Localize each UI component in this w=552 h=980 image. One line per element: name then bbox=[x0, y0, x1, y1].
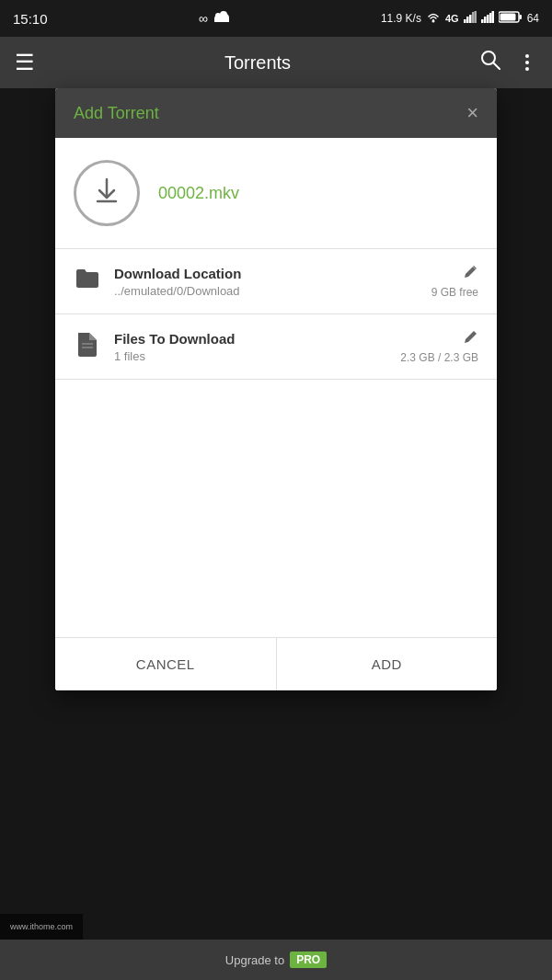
edit-files-icon[interactable] bbox=[464, 329, 478, 348]
svg-rect-9 bbox=[472, 12, 475, 23]
download-location-content: Download Location ../emulated/0/Download bbox=[114, 266, 419, 298]
svg-rect-8 bbox=[469, 15, 472, 23]
download-location-path: ../emulated/0/Download bbox=[114, 284, 419, 298]
svg-rect-14 bbox=[489, 13, 492, 23]
svg-rect-7 bbox=[466, 17, 469, 23]
spacer bbox=[74, 380, 478, 637]
edit-location-icon[interactable] bbox=[464, 264, 478, 282]
files-to-download-label: Files To Download bbox=[114, 331, 387, 347]
files-to-download-row[interactable]: Files To Download 1 files 2.3 GB / 2.3 G… bbox=[74, 314, 478, 379]
svg-point-3 bbox=[215, 13, 221, 18]
svg-line-20 bbox=[493, 63, 500, 69]
dialog-footer: CANCEL ADD bbox=[55, 637, 497, 690]
signal-bars-icon bbox=[464, 10, 477, 27]
app-title: Torrents bbox=[50, 52, 466, 74]
signal-bars2-icon bbox=[481, 10, 494, 27]
search-icon[interactable] bbox=[480, 50, 500, 75]
dialog-body: 00002.mkv Download Location ../emulated/… bbox=[55, 138, 497, 637]
network-speed: 11.9 K/s bbox=[381, 12, 421, 25]
pro-badge[interactable]: PRO bbox=[290, 952, 327, 968]
download-location-right: 9 GB free bbox=[431, 264, 478, 299]
battery-icon bbox=[499, 10, 523, 27]
upgrade-text: Upgrade to bbox=[225, 953, 284, 967]
add-torrent-dialog: Add Torrent × 00002.mkv bbox=[55, 88, 497, 690]
file-icon bbox=[74, 331, 101, 362]
svg-rect-11 bbox=[481, 19, 484, 23]
svg-rect-18 bbox=[500, 14, 515, 21]
svg-rect-17 bbox=[519, 15, 522, 19]
dialog-header: Add Torrent × bbox=[55, 88, 497, 138]
svg-rect-15 bbox=[491, 11, 494, 23]
cancel-button[interactable]: CANCEL bbox=[55, 638, 277, 690]
status-icons: ∞ bbox=[199, 11, 230, 26]
svg-rect-12 bbox=[484, 17, 487, 23]
watermark-text: www.ithome.com bbox=[10, 922, 73, 931]
svg-rect-10 bbox=[474, 11, 477, 23]
svg-rect-2 bbox=[214, 17, 229, 22]
files-to-download-right: 2.3 GB / 2.3 GB bbox=[400, 329, 478, 364]
download-icon-circle bbox=[74, 160, 140, 226]
torrent-filename: 00002.mkv bbox=[158, 184, 239, 203]
signal-4g-icon: 4G bbox=[445, 13, 459, 24]
more-options-icon[interactable] bbox=[517, 52, 537, 73]
files-to-download-content: Files To Download 1 files bbox=[114, 331, 387, 363]
download-arrow-icon bbox=[92, 176, 121, 211]
download-location-row[interactable]: Download Location ../emulated/0/Download… bbox=[74, 249, 478, 313]
infinity-icon: ∞ bbox=[199, 11, 208, 26]
svg-point-4 bbox=[220, 11, 227, 18]
svg-rect-13 bbox=[487, 15, 489, 23]
files-to-download-count: 1 files bbox=[114, 349, 387, 363]
download-location-label: Download Location bbox=[114, 266, 419, 281]
folder-icon bbox=[74, 268, 101, 295]
toolbar-actions bbox=[480, 50, 537, 75]
torrent-info-row: 00002.mkv bbox=[74, 160, 478, 248]
svg-point-5 bbox=[431, 20, 434, 23]
svg-rect-6 bbox=[464, 19, 466, 23]
top-bar: ☰ Torrents bbox=[0, 37, 552, 88]
status-right: 11.9 K/s 4G bbox=[381, 10, 539, 27]
status-time: 15:10 bbox=[13, 11, 48, 27]
dialog-title: Add Torrent bbox=[74, 104, 159, 123]
wifi-icon bbox=[426, 10, 441, 27]
battery-level: 64 bbox=[527, 12, 539, 25]
close-button[interactable]: × bbox=[466, 103, 478, 123]
download-location-free: 9 GB free bbox=[431, 286, 478, 299]
bottom-bar: Upgrade to PRO bbox=[0, 940, 552, 980]
add-button[interactable]: ADD bbox=[277, 638, 498, 690]
menu-icon[interactable]: ☰ bbox=[15, 50, 35, 75]
watermark: www.ithome.com bbox=[0, 914, 83, 940]
cloud-icon bbox=[213, 11, 230, 26]
status-bar: 15:10 ∞ 11.9 K/s 4G bbox=[0, 0, 552, 37]
files-to-download-size: 2.3 GB / 2.3 GB bbox=[400, 351, 478, 364]
